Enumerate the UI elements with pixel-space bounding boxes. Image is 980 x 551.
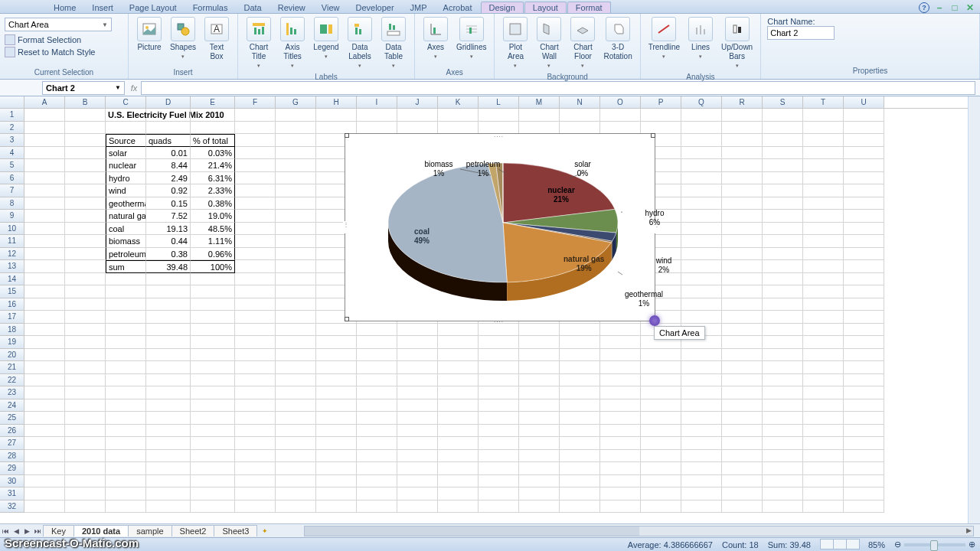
cell[interactable] xyxy=(763,336,803,349)
cell[interactable] xyxy=(235,298,276,311)
cell[interactable] xyxy=(357,399,397,412)
cell[interactable] xyxy=(146,349,191,362)
cell[interactable] xyxy=(803,298,844,311)
data-labels-button[interactable]: Data Labels▾ xyxy=(344,15,376,72)
cell[interactable] xyxy=(681,412,722,425)
cell[interactable]: 0.03% xyxy=(191,147,235,160)
cell[interactable] xyxy=(397,462,438,475)
cell[interactable] xyxy=(316,437,357,450)
tab-acrobat[interactable]: Acrobat xyxy=(436,2,480,13)
cell[interactable] xyxy=(276,386,316,399)
row-header[interactable]: 29 xyxy=(0,462,24,475)
cell[interactable] xyxy=(276,235,316,248)
cell[interactable] xyxy=(560,349,600,362)
cell[interactable] xyxy=(106,285,146,298)
cell[interactable] xyxy=(276,425,316,438)
resize-handle[interactable]: ⋮ xyxy=(654,221,657,233)
cell[interactable] xyxy=(600,487,641,500)
cell[interactable] xyxy=(24,273,65,286)
cell[interactable] xyxy=(438,386,479,399)
cell[interactable] xyxy=(763,273,803,286)
cell[interactable] xyxy=(24,134,65,147)
cell[interactable] xyxy=(438,109,479,122)
cell[interactable] xyxy=(276,349,316,362)
cell[interactable] xyxy=(803,109,844,122)
cell[interactable] xyxy=(681,425,722,438)
cell[interactable] xyxy=(357,109,397,122)
cell[interactable] xyxy=(681,437,722,450)
row-header[interactable]: 5 xyxy=(0,159,24,172)
cell[interactable]: U.S. Electricity Fuel Mix 2010 xyxy=(106,109,146,122)
cell[interactable] xyxy=(106,374,146,387)
resize-handle[interactable] xyxy=(345,317,349,321)
cell[interactable] xyxy=(24,210,65,223)
cell[interactable] xyxy=(24,487,65,500)
row-header[interactable]: 10 xyxy=(0,223,24,236)
cell[interactable] xyxy=(276,361,316,374)
cell[interactable] xyxy=(803,374,844,387)
cell[interactable] xyxy=(146,324,191,337)
cell[interactable] xyxy=(763,487,803,500)
cell[interactable] xyxy=(519,361,560,374)
cell[interactable] xyxy=(519,500,560,514)
cell[interactable] xyxy=(146,122,191,135)
cell[interactable] xyxy=(600,475,641,488)
cell[interactable] xyxy=(24,184,65,197)
tab-insert[interactable]: Insert xyxy=(84,2,121,13)
cell[interactable] xyxy=(681,285,722,298)
tab-format[interactable]: Format xyxy=(567,2,611,13)
cell[interactable]: 0.44 xyxy=(146,235,191,248)
cell[interactable] xyxy=(235,487,276,500)
cell[interactable] xyxy=(65,197,106,210)
cell[interactable] xyxy=(641,412,681,425)
cell[interactable] xyxy=(357,425,397,438)
cell[interactable] xyxy=(479,437,519,450)
cell[interactable] xyxy=(479,412,519,425)
cell[interactable] xyxy=(235,172,276,185)
cell[interactable] xyxy=(641,386,681,399)
cell[interactable] xyxy=(763,475,803,488)
cell[interactable] xyxy=(235,336,276,349)
cell[interactable] xyxy=(519,462,560,475)
cell[interactable] xyxy=(844,437,884,450)
cell[interactable] xyxy=(146,462,191,475)
cell[interactable] xyxy=(65,273,106,286)
cell[interactable] xyxy=(763,197,803,210)
column-header[interactable]: R xyxy=(722,96,763,108)
row-header[interactable]: 6 xyxy=(0,172,24,185)
cell[interactable] xyxy=(722,399,763,412)
cell[interactable] xyxy=(519,122,560,135)
cell[interactable] xyxy=(844,361,884,374)
cell[interactable] xyxy=(803,122,844,135)
sheet-nav-first[interactable]: ⏮ xyxy=(0,527,11,535)
picture-button[interactable]: Picture xyxy=(133,15,165,54)
cell[interactable]: solar xyxy=(106,147,146,160)
cell[interactable] xyxy=(276,109,316,122)
cell[interactable] xyxy=(519,349,560,362)
cell[interactable] xyxy=(276,210,316,223)
cell[interactable] xyxy=(276,273,316,286)
chart-wall-button[interactable]: Chart Wall▾ xyxy=(533,15,565,72)
cell[interactable] xyxy=(357,324,397,337)
cell[interactable] xyxy=(844,298,884,311)
cell[interactable] xyxy=(106,311,146,324)
cell[interactable] xyxy=(146,361,191,374)
column-header[interactable]: J xyxy=(397,96,438,108)
cell[interactable] xyxy=(235,109,276,122)
cell[interactable]: 8.44 xyxy=(146,159,191,172)
cell[interactable] xyxy=(722,122,763,135)
row-header[interactable]: 18 xyxy=(0,324,24,337)
cell[interactable] xyxy=(844,412,884,425)
cell[interactable] xyxy=(65,134,106,147)
cell[interactable] xyxy=(357,475,397,488)
cell[interactable] xyxy=(106,122,146,135)
cell[interactable] xyxy=(438,437,479,450)
cell[interactable] xyxy=(357,336,397,349)
cell[interactable] xyxy=(235,285,276,298)
cell[interactable] xyxy=(641,361,681,374)
cell[interactable]: quads xyxy=(146,134,191,147)
cell[interactable] xyxy=(146,374,191,387)
cell[interactable] xyxy=(763,159,803,172)
row-header[interactable]: 11 xyxy=(0,235,24,248)
cell[interactable] xyxy=(763,425,803,438)
